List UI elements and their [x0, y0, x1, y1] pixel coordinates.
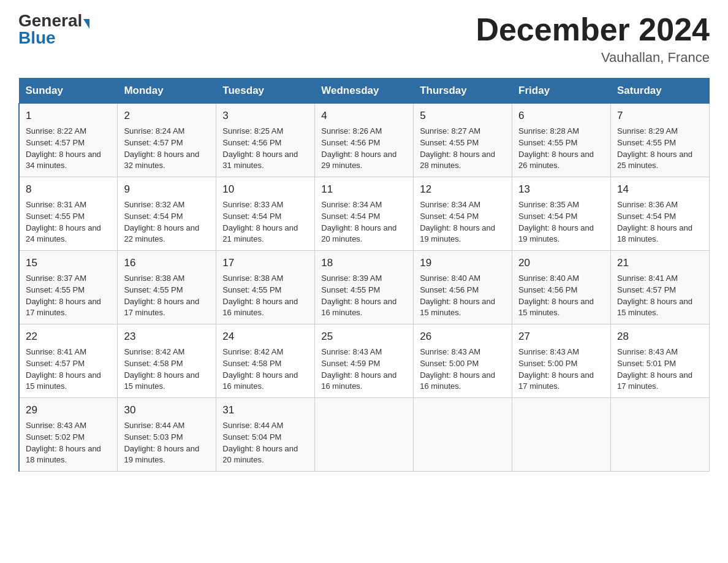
day-info: Sunrise: 8:43 AMSunset: 5:00 PMDaylight:…	[518, 347, 594, 391]
calendar-day-cell: 10 Sunrise: 8:33 AMSunset: 4:54 PMDaylig…	[216, 177, 315, 251]
calendar-day-cell: 23 Sunrise: 8:42 AMSunset: 4:58 PMDaylig…	[118, 324, 216, 398]
calendar-day-cell: 18 Sunrise: 8:39 AMSunset: 4:55 PMDaylig…	[315, 251, 414, 324]
logo-blue-text: Blue	[18, 28, 56, 47]
day-number: 21	[617, 256, 703, 271]
calendar-day-cell: 25 Sunrise: 8:43 AMSunset: 4:59 PMDaylig…	[315, 324, 414, 398]
page-header: General Blue December 2024 Vauhallan, Fr…	[18, 12, 710, 66]
calendar-week-row: 22 Sunrise: 8:41 AMSunset: 4:57 PMDaylig…	[19, 324, 710, 398]
calendar-day-cell: 2 Sunrise: 8:24 AMSunset: 4:57 PMDayligh…	[118, 104, 216, 177]
calendar-day-cell: 15 Sunrise: 8:37 AMSunset: 4:55 PMDaylig…	[19, 251, 118, 324]
day-info: Sunrise: 8:33 AMSunset: 4:54 PMDaylight:…	[222, 200, 298, 244]
calendar-day-cell: 1 Sunrise: 8:22 AMSunset: 4:57 PMDayligh…	[19, 104, 118, 177]
calendar-day-cell: 16 Sunrise: 8:38 AMSunset: 4:55 PMDaylig…	[118, 251, 216, 324]
logo: General Blue	[18, 12, 89, 47]
day-info: Sunrise: 8:27 AMSunset: 4:55 PMDaylight:…	[420, 126, 495, 170]
day-info: Sunrise: 8:43 AMSunset: 5:02 PMDaylight:…	[26, 421, 101, 465]
day-number: 14	[617, 182, 703, 197]
day-number: 13	[518, 182, 604, 197]
col-thursday: Thursday	[414, 79, 512, 104]
calendar-day-cell: 11 Sunrise: 8:34 AMSunset: 4:54 PMDaylig…	[315, 177, 414, 251]
day-number: 8	[26, 182, 111, 197]
day-number: 17	[222, 256, 308, 271]
day-info: Sunrise: 8:29 AMSunset: 4:55 PMDaylight:…	[617, 126, 692, 170]
day-number: 20	[518, 256, 604, 271]
calendar-week-row: 15 Sunrise: 8:37 AMSunset: 4:55 PMDaylig…	[19, 251, 710, 324]
day-number: 3	[222, 109, 308, 124]
logo-triangle-icon	[83, 19, 89, 29]
day-number: 15	[26, 256, 111, 271]
day-number: 24	[222, 329, 308, 345]
day-info: Sunrise: 8:25 AMSunset: 4:56 PMDaylight:…	[222, 126, 298, 170]
calendar-week-row: 1 Sunrise: 8:22 AMSunset: 4:57 PMDayligh…	[19, 104, 710, 177]
day-info: Sunrise: 8:34 AMSunset: 4:54 PMDaylight:…	[321, 200, 396, 244]
day-info: Sunrise: 8:22 AMSunset: 4:57 PMDaylight:…	[26, 126, 101, 170]
day-number: 23	[124, 329, 210, 345]
month-title: December 2024	[476, 12, 710, 47]
calendar-day-cell	[512, 398, 611, 472]
calendar-day-cell: 7 Sunrise: 8:29 AMSunset: 4:55 PMDayligh…	[611, 104, 710, 177]
day-number: 5	[420, 109, 506, 124]
day-info: Sunrise: 8:40 AMSunset: 4:56 PMDaylight:…	[518, 274, 594, 318]
calendar-day-cell: 28 Sunrise: 8:43 AMSunset: 5:01 PMDaylig…	[611, 324, 710, 398]
day-number: 22	[26, 329, 111, 345]
day-number: 28	[617, 329, 703, 345]
day-info: Sunrise: 8:44 AMSunset: 5:04 PMDaylight:…	[222, 421, 298, 465]
day-info: Sunrise: 8:40 AMSunset: 4:56 PMDaylight:…	[420, 274, 495, 318]
calendar-day-cell	[414, 398, 512, 472]
day-info: Sunrise: 8:31 AMSunset: 4:55 PMDaylight:…	[26, 200, 101, 244]
calendar-day-cell: 8 Sunrise: 8:31 AMSunset: 4:55 PMDayligh…	[19, 177, 118, 251]
calendar-day-cell: 21 Sunrise: 8:41 AMSunset: 4:57 PMDaylig…	[611, 251, 710, 324]
calendar-day-cell	[611, 398, 710, 472]
calendar-day-cell: 14 Sunrise: 8:36 AMSunset: 4:54 PMDaylig…	[611, 177, 710, 251]
calendar-day-cell: 27 Sunrise: 8:43 AMSunset: 5:00 PMDaylig…	[512, 324, 611, 398]
calendar-day-cell: 3 Sunrise: 8:25 AMSunset: 4:56 PMDayligh…	[216, 104, 315, 177]
day-number: 1	[26, 109, 111, 124]
day-info: Sunrise: 8:44 AMSunset: 5:03 PMDaylight:…	[124, 421, 199, 465]
col-sunday: Sunday	[19, 79, 118, 104]
day-info: Sunrise: 8:24 AMSunset: 4:57 PMDaylight:…	[124, 126, 199, 170]
day-number: 2	[124, 109, 210, 124]
day-info: Sunrise: 8:43 AMSunset: 5:00 PMDaylight:…	[420, 347, 495, 391]
day-info: Sunrise: 8:36 AMSunset: 4:54 PMDaylight:…	[617, 200, 692, 244]
day-number: 9	[124, 182, 210, 197]
day-info: Sunrise: 8:38 AMSunset: 4:55 PMDaylight:…	[222, 274, 298, 318]
day-info: Sunrise: 8:28 AMSunset: 4:55 PMDaylight:…	[518, 126, 594, 170]
calendar-day-cell: 17 Sunrise: 8:38 AMSunset: 4:55 PMDaylig…	[216, 251, 315, 324]
day-number: 4	[321, 109, 407, 124]
calendar-header: Sunday Monday Tuesday Wednesday Thursday…	[19, 79, 710, 104]
col-tuesday: Tuesday	[216, 79, 315, 104]
day-number: 12	[420, 182, 506, 197]
day-number: 26	[420, 329, 506, 345]
day-info: Sunrise: 8:39 AMSunset: 4:55 PMDaylight:…	[321, 274, 396, 318]
day-info: Sunrise: 8:37 AMSunset: 4:55 PMDaylight:…	[26, 274, 101, 318]
calendar-day-cell: 31 Sunrise: 8:44 AMSunset: 5:04 PMDaylig…	[216, 398, 315, 472]
calendar-day-cell: 12 Sunrise: 8:34 AMSunset: 4:54 PMDaylig…	[414, 177, 512, 251]
day-number: 10	[222, 182, 308, 197]
calendar-day-cell	[315, 398, 414, 472]
day-number: 27	[518, 329, 604, 345]
day-info: Sunrise: 8:41 AMSunset: 4:57 PMDaylight:…	[617, 274, 692, 318]
calendar-day-cell: 5 Sunrise: 8:27 AMSunset: 4:55 PMDayligh…	[414, 104, 512, 177]
day-number: 30	[124, 403, 210, 418]
day-info: Sunrise: 8:38 AMSunset: 4:55 PMDaylight:…	[124, 274, 199, 318]
calendar-day-cell: 24 Sunrise: 8:42 AMSunset: 4:58 PMDaylig…	[216, 324, 315, 398]
day-info: Sunrise: 8:43 AMSunset: 4:59 PMDaylight:…	[321, 347, 396, 391]
day-info: Sunrise: 8:42 AMSunset: 4:58 PMDaylight:…	[124, 347, 199, 391]
day-info: Sunrise: 8:34 AMSunset: 4:54 PMDaylight:…	[420, 200, 495, 244]
logo-general-line: General	[18, 12, 89, 29]
day-number: 6	[518, 109, 604, 124]
calendar-day-cell: 13 Sunrise: 8:35 AMSunset: 4:54 PMDaylig…	[512, 177, 611, 251]
calendar-day-cell: 29 Sunrise: 8:43 AMSunset: 5:02 PMDaylig…	[19, 398, 118, 472]
logo-general-text: General	[18, 11, 82, 30]
day-info: Sunrise: 8:42 AMSunset: 4:58 PMDaylight:…	[222, 347, 298, 391]
day-info: Sunrise: 8:41 AMSunset: 4:57 PMDaylight:…	[26, 347, 101, 391]
col-saturday: Saturday	[611, 79, 710, 104]
location: Vauhallan, France	[476, 50, 710, 66]
calendar-day-cell: 20 Sunrise: 8:40 AMSunset: 4:56 PMDaylig…	[512, 251, 611, 324]
day-number: 29	[26, 403, 111, 418]
calendar-day-cell: 19 Sunrise: 8:40 AMSunset: 4:56 PMDaylig…	[414, 251, 512, 324]
day-number: 18	[321, 256, 407, 271]
calendar-body: 1 Sunrise: 8:22 AMSunset: 4:57 PMDayligh…	[19, 104, 710, 472]
calendar-week-row: 8 Sunrise: 8:31 AMSunset: 4:55 PMDayligh…	[19, 177, 710, 251]
calendar-day-cell: 9 Sunrise: 8:32 AMSunset: 4:54 PMDayligh…	[118, 177, 216, 251]
